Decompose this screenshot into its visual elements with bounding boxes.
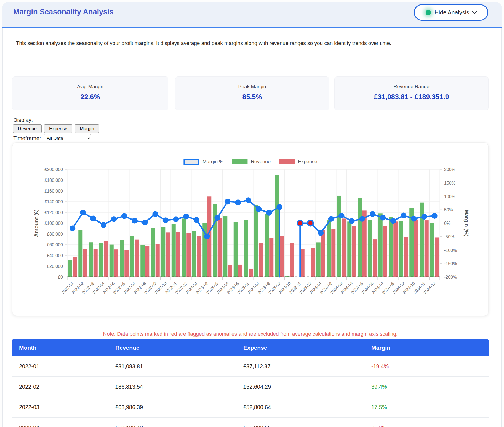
cell-margin: -6.4% <box>371 425 489 427</box>
svg-text:£120,000: £120,000 <box>44 210 63 215</box>
svg-text:Margin (%): Margin (%) <box>464 210 470 236</box>
status-dot-icon <box>426 10 431 15</box>
cell-month: 2022-03 <box>19 404 115 410</box>
svg-text:50%: 50% <box>444 207 453 212</box>
table-row[interactable]: 2022-01£31,083.81£37,112.37-19.4% <box>12 356 489 377</box>
cell-month: 2022-04 <box>19 425 115 427</box>
svg-text:£0: £0 <box>58 275 63 279</box>
stat-label: Avg. Margin <box>12 84 168 90</box>
display-button-expense[interactable]: Expense <box>44 124 72 133</box>
anomaly-note: Note: Data points marked in red are flag… <box>12 331 489 337</box>
svg-text:-50%: -50% <box>444 234 454 239</box>
display-buttons: RevenueExpenseMargin <box>13 124 99 133</box>
display-button-revenue[interactable]: Revenue <box>13 124 42 133</box>
hide-analysis-label: Hide Analysis <box>434 9 469 16</box>
svg-text:Amount (£): Amount (£) <box>33 209 39 237</box>
chart-panel: Margin %RevenueExpense £200,000£180,000£… <box>12 142 489 316</box>
svg-text:£40,000: £40,000 <box>47 253 63 258</box>
cell-month: 2022-02 <box>19 384 115 390</box>
timeframe-label: Timeframe: <box>13 135 41 142</box>
stat-label: Peak Margin <box>175 84 329 90</box>
margin-table: MonthRevenueExpenseMargin 2022-01£31,083… <box>12 339 489 427</box>
timeframe-select[interactable]: All Data <box>44 134 91 142</box>
table-header-expense: Expense <box>243 345 371 351</box>
stat-value: 85.5% <box>175 93 329 101</box>
stat-card-revenue-range: Revenue Range£31,083.81 - £189,351.9 <box>334 76 489 110</box>
cell-revenue: £63,120.43 <box>115 425 243 427</box>
stat-value: £31,083.81 - £189,351.9 <box>335 93 488 101</box>
svg-text:£20,000: £20,000 <box>47 264 63 269</box>
table-row[interactable]: 2022-03£63,986.39£52,800.6417.5% <box>12 397 489 418</box>
svg-text:£60,000: £60,000 <box>47 242 63 247</box>
svg-text:-150%: -150% <box>444 261 457 266</box>
cell-expense: £52,800.64 <box>243 404 371 410</box>
svg-text:£100,000: £100,000 <box>44 221 63 226</box>
svg-text:100%: 100% <box>444 194 455 199</box>
cell-revenue: £63,986.39 <box>115 404 243 410</box>
seasonality-chart[interactable]: £200,000£180,000£160,000£140,000£120,000… <box>12 143 489 316</box>
stat-label: Revenue Range <box>335 84 488 90</box>
table-row[interactable]: 2022-04£63,120.43£66,980.56-6.4% <box>12 418 489 427</box>
svg-text:£200,000: £200,000 <box>44 167 63 172</box>
svg-text:£140,000: £140,000 <box>44 199 63 204</box>
table-body: 2022-01£31,083.81£37,112.37-19.4%2022-02… <box>12 356 489 427</box>
stat-value: 22.6% <box>12 93 168 101</box>
timeframe-row: Timeframe: All Data <box>13 134 91 142</box>
display-label: Display: <box>13 117 33 123</box>
table-header-month: Month <box>19 345 115 351</box>
cell-expense: £52,604.29 <box>243 384 371 390</box>
stat-card-peak-margin: Peak Margin85.5% <box>175 76 329 110</box>
svg-text:£80,000: £80,000 <box>47 232 63 236</box>
svg-text:-100%: -100% <box>444 248 457 253</box>
cell-margin: 17.5% <box>371 404 489 410</box>
stat-card-avg-margin: Avg. Margin22.6% <box>12 76 168 110</box>
display-button-margin[interactable]: Margin <box>75 124 99 133</box>
svg-text:£180,000: £180,000 <box>44 178 63 183</box>
svg-text:150%: 150% <box>444 181 455 185</box>
svg-text:-200%: -200% <box>444 275 457 279</box>
svg-text:200%: 200% <box>444 167 455 172</box>
table-row[interactable]: 2022-02£86,813.54£52,604.2939.4% <box>12 377 489 397</box>
table-header-margin: Margin <box>371 345 489 351</box>
cell-margin: 39.4% <box>371 384 489 390</box>
page-title: Margin Seasonality Analysis <box>13 8 114 16</box>
hide-analysis-button[interactable]: Hide Analysis <box>414 4 488 21</box>
svg-text:£160,000: £160,000 <box>44 189 63 193</box>
cell-revenue: £86,813.54 <box>115 384 243 390</box>
table-header-revenue: Revenue <box>115 345 243 351</box>
cell-expense: £37,112.37 <box>243 363 371 370</box>
cell-margin: -19.4% <box>371 363 489 370</box>
svg-text:0%: 0% <box>444 221 450 226</box>
section-description: This section analyzes the seasonality of… <box>16 40 457 46</box>
cell-revenue: £31,083.81 <box>115 363 243 370</box>
cell-month: 2022-01 <box>19 363 115 370</box>
table-header-row: MonthRevenueExpenseMargin <box>12 339 489 356</box>
chevron-down-icon <box>472 9 477 14</box>
cell-expense: £66,980.56 <box>243 425 371 427</box>
